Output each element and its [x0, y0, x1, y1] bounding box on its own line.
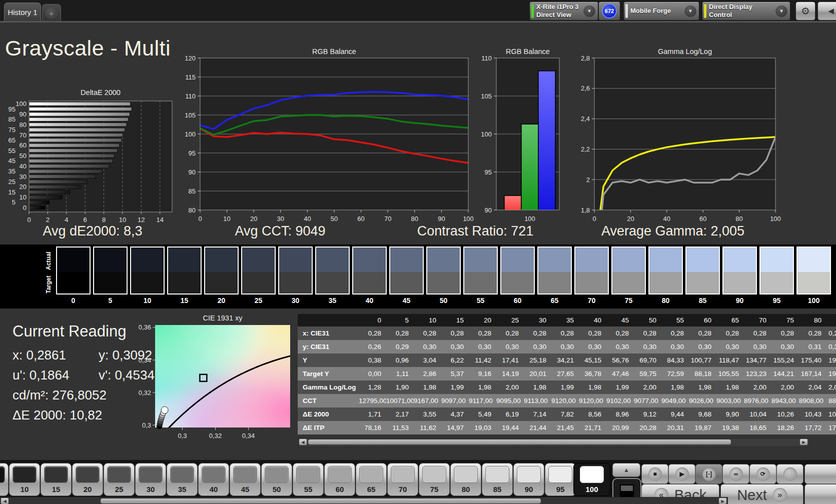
table-cell: 9120,00 [551, 397, 579, 404]
actual-color-patch [279, 248, 312, 272]
table-col-header: 65 [716, 316, 744, 324]
table-cell: 8,56 [579, 410, 606, 418]
refresh-button[interactable]: ⟳ [749, 464, 776, 484]
table-scrollbar[interactable]: ◀ ▶ [298, 438, 809, 447]
level-button-85[interactable]: 85 [482, 463, 513, 496]
grayscale-swatch-35: 35 [315, 246, 350, 304]
next-button[interactable]: Next » [720, 484, 803, 504]
swatch-level-label: 85 [685, 296, 720, 304]
table-cell: 134,77 [744, 356, 771, 364]
add-tab-button[interactable]: + [42, 4, 61, 22]
level-button-90[interactable]: 90 [513, 463, 544, 496]
level-patch [548, 466, 572, 483]
history-tab[interactable]: History 1 [4, 2, 41, 22]
cie-1931-chart: CIE 1931 xy0,30,320,340,360,30,320,34 [135, 314, 305, 443]
level-button-100[interactable]: 100 [573, 463, 610, 496]
level-button-65[interactable]: 65 [356, 463, 387, 496]
level-button-45[interactable]: 45 [230, 463, 261, 496]
table-col-header: 30 [524, 316, 551, 324]
grayscale-swatch-50: 50 [426, 246, 461, 304]
level-label: 15 [41, 485, 71, 494]
level-button-30[interactable]: 30 [135, 463, 166, 496]
actual-color-patch [686, 248, 719, 272]
table-cell: 88,18 [689, 370, 716, 378]
chevron-down-icon[interactable]: ▼ [684, 5, 696, 17]
svg-text:40: 40 [663, 215, 670, 222]
table-cell: 1,11 [386, 370, 414, 378]
play-button[interactable]: ▶ [668, 464, 695, 484]
level-button-55[interactable]: 55 [293, 463, 324, 496]
svg-text:100: 100 [481, 130, 492, 138]
actual-color-patch [205, 248, 238, 272]
level-button-50[interactable]: 50 [261, 463, 292, 496]
top-bar: History 1 + X-Rite i1Pro 3 Direct View ▼… [0, 0, 836, 21]
chevron-down-icon[interactable]: ▼ [583, 5, 595, 17]
display-control-dropdown[interactable]: Direct Display Control ▼ [702, 2, 790, 20]
scroll-right-icon[interactable]: ▶ [800, 439, 807, 445]
window-size-icon: [-] [702, 468, 716, 481]
level-button-95[interactable]: 95 [545, 463, 576, 496]
stop-button[interactable]: ■ [641, 464, 668, 484]
level-button-20[interactable]: 20 [72, 463, 103, 496]
meter-status-stripe [531, 4, 534, 18]
svg-text:120: 120 [185, 54, 196, 62]
actual-color-patch [242, 248, 275, 272]
level-button-partial[interactable] [0, 463, 9, 496]
chevron-down-icon[interactable]: ▼ [775, 5, 787, 17]
level-button-40[interactable]: 40 [198, 463, 229, 496]
svg-text:0: 0 [23, 204, 27, 212]
svg-text:2: 2 [586, 176, 590, 184]
table-cell: 3,55 [414, 410, 441, 418]
level-button-25[interactable]: 25 [104, 463, 135, 496]
target-color-patch [612, 272, 645, 294]
table-cell: 9077,00 [634, 397, 661, 404]
svg-text:100: 100 [770, 215, 781, 222]
table-cell: 25,18 [524, 356, 551, 364]
scroll-left-icon[interactable]: ◀ [299, 439, 307, 445]
svg-text:75: 75 [9, 126, 16, 134]
scroll-right-icon[interactable]: ▶ [719, 498, 726, 504]
table-cell: 14,19 [496, 370, 524, 378]
level-button-70[interactable]: 70 [387, 463, 418, 496]
table-cell: 0,30 [606, 343, 634, 350]
pattern-source-dropdown[interactable]: Mobile Forge ▼ [623, 2, 699, 20]
level-button-60[interactable]: 60 [324, 463, 355, 496]
grayscale-swatch-65: 65 [537, 246, 572, 304]
collapse-panel-button[interactable]: ◀ [817, 2, 836, 20]
continuous-button[interactable]: ∞ [722, 464, 749, 484]
extra-button[interactable] [776, 464, 803, 484]
table-scrollbar-thumb[interactable] [308, 440, 731, 444]
table-cell: 0,28 [744, 330, 771, 337]
current-reading-panel: Current Reading x: 0,2861y: 0,3092 u': 0… [13, 322, 155, 428]
clipped-nav-button[interactable] [804, 484, 836, 504]
table-cell: 1,90 [386, 384, 414, 391]
level-scrollbar-thumb[interactable] [101, 498, 541, 504]
table-cell: 2,04 [799, 384, 826, 391]
svg-text:0: 0 [198, 215, 202, 222]
settings-button[interactable]: ⚙ [795, 2, 815, 20]
table-row-label: Gamma Log/Log [298, 384, 359, 391]
pattern-up-button[interactable]: ▲ [612, 463, 640, 477]
table-cell: 7,14 [524, 410, 551, 418]
level-button-10[interactable]: 10 [9, 463, 40, 496]
table-col-header: 60 [689, 316, 716, 324]
target-color-patch [390, 272, 423, 294]
level-strip-scrollbar[interactable]: ◀ ▶ [0, 497, 728, 504]
table-cell: 21,71 [579, 424, 606, 432]
level-button-35[interactable]: 35 [167, 463, 198, 496]
bottom-toolbar: 101520253035404550556065707580859095100 … [0, 460, 836, 504]
scroll-left-icon[interactable]: ◀ [1, 498, 9, 504]
level-button-15[interactable]: 15 [41, 463, 72, 496]
svg-text:65: 65 [9, 136, 16, 144]
grayscale-swatch-strip: Actual Target 05101520253035404550556065… [0, 244, 836, 308]
window-size-button[interactable]: [-] [695, 464, 722, 484]
level-button-75[interactable]: 75 [419, 463, 450, 496]
table-cell: 27,65 [551, 370, 579, 378]
level-button-80[interactable]: 80 [450, 463, 481, 496]
clipped-transport-button[interactable] [804, 464, 836, 484]
meter-dropdown[interactable]: X-Rite i1Pro 3 Direct View ▼ [529, 2, 598, 20]
target-color-patch [797, 272, 830, 294]
table-cell: 0,30 [579, 343, 606, 350]
svg-text:DeltaE 2000: DeltaE 2000 [81, 88, 121, 96]
target-color-patch [760, 272, 793, 294]
